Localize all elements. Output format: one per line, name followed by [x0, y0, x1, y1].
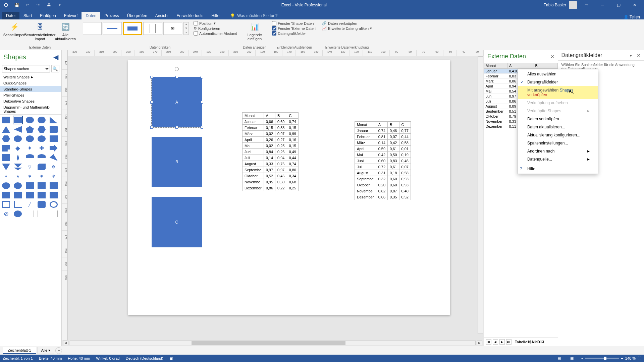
shape-s46[interactable] [2, 201, 10, 208]
menu-config-refresh[interactable]: Aktualisierung konfigurieren... [518, 131, 598, 139]
chk-dg-fields[interactable]: Datengrafikfelder [272, 31, 316, 36]
shape-s54[interactable] [38, 210, 46, 217]
data-graphic-none[interactable] [83, 22, 102, 35]
shape-s24[interactable] [38, 154, 46, 158]
page-tab-all[interactable]: Alle ▾ [38, 347, 54, 354]
more-shapes[interactable]: Weitere Shapes ▶ [0, 74, 61, 80]
shape-s33[interactable]: ✱ [26, 173, 34, 180]
tab-review[interactable]: Überprüfen [123, 12, 151, 19]
shape-pill[interactable] [38, 117, 46, 123]
embedded-data-table[interactable]: MonatABCJanuar0,740,460,77Februar0,810,0… [355, 121, 411, 200]
stencil-arrow[interactable]: Pfeil-Shapes [0, 92, 61, 98]
shape-s21[interactable] [2, 154, 10, 161]
minimize-icon[interactable]: ─ [596, 0, 609, 10]
zoom-level[interactable]: 140 % [625, 356, 636, 360]
shape-s32[interactable]: ★ [14, 173, 22, 180]
selection-handle[interactable] [201, 126, 203, 129]
data-graphic-gallery[interactable]: ✉ ▲▼▾ [83, 22, 189, 35]
data-graphic-style-3[interactable] [143, 22, 162, 35]
canvas-shape-C[interactable]: C [152, 197, 202, 247]
menu-link-data[interactable]: Daten verknüpfen... [518, 115, 598, 123]
shape-s13[interactable] [26, 135, 34, 142]
view-presentation-icon[interactable]: ▤ [556, 356, 562, 361]
zoom-slider[interactable] [585, 358, 619, 359]
ribbon-display-icon[interactable]: ▭ [580, 0, 593, 10]
shape-s42[interactable] [14, 192, 22, 198]
shape-s50[interactable] [50, 201, 58, 208]
tell-me-search[interactable]: 💡 Was möchten Sie tun? [227, 12, 280, 19]
auto-spacing-option[interactable]: Automatischer Abstand [194, 31, 237, 36]
shape-s40[interactable] [50, 182, 58, 189]
data-graphic-style-4[interactable]: ✉ [163, 22, 182, 35]
shape-s52[interactable] [14, 210, 22, 217]
status-language[interactable]: Deutsch (Deutschland) [126, 356, 163, 360]
shape-s38[interactable] [26, 182, 34, 189]
shape-s36[interactable] [2, 182, 10, 189]
tab-file[interactable]: Datei [2, 12, 19, 19]
shape-s22[interactable] [14, 154, 22, 161]
shape-ellipse[interactable] [26, 117, 34, 123]
shape-s41[interactable] [2, 192, 10, 198]
shape-s44[interactable] [38, 192, 46, 198]
shape-s37[interactable] [14, 182, 22, 189]
view-normal-icon[interactable]: ▦ [569, 356, 575, 361]
tab-developer[interactable]: Entwicklertools [172, 12, 207, 19]
canvas-scrollbar-v[interactable] [478, 56, 483, 334]
tab-process[interactable]: Prozess [100, 12, 123, 19]
maximize-icon[interactable]: ▢ [612, 0, 625, 10]
undo-icon[interactable]: ↶ [23, 1, 32, 9]
shape-s30[interactable]: ⚙ [50, 164, 58, 170]
close-dgf-icon[interactable]: ✕ [637, 53, 641, 58]
embedded-data-table[interactable]: MonatABCJanuar0,660,690,74Februar0,150,5… [242, 112, 299, 191]
canvas-scrollbar-h[interactable]: ◀ ▶ [62, 340, 484, 346]
advanced-graphics-button[interactable]: 📈 Erweiterte Datengrafiken ▾ [322, 26, 372, 31]
stencil-decorative[interactable]: Dekorative Shapes [0, 98, 61, 104]
shape-s15[interactable] [50, 135, 58, 142]
gallery-scroll[interactable]: ▲▼▾ [183, 22, 189, 35]
shape-s34[interactable]: ✺ [38, 173, 46, 180]
rotation-handle[interactable] [175, 67, 179, 71]
data-graphic-style-1[interactable] [103, 22, 122, 35]
shape-s35[interactable]: ❋ [50, 173, 58, 180]
shape-s39[interactable] [38, 182, 46, 189]
shape-s25[interactable] [50, 154, 58, 161]
menu-data-source[interactable]: Datenquelle...▶ [518, 155, 598, 163]
shape-pentagon[interactable] [26, 126, 34, 133]
print-icon[interactable]: 🖶 [44, 1, 54, 9]
shape-s28[interactable]: ▽ [26, 164, 34, 170]
save-icon[interactable]: 💾 [12, 1, 21, 9]
zoom-out-icon[interactable]: − [581, 356, 583, 360]
stencil-standard[interactable]: Standard-Shapes [0, 86, 61, 92]
shape-s20[interactable] [50, 145, 58, 152]
scroll-right-icon[interactable]: ▶ [477, 341, 482, 345]
shape-s23[interactable] [26, 154, 34, 158]
close-icon[interactable]: ✕ [628, 0, 641, 10]
shape-rect[interactable] [2, 117, 10, 123]
chk-shape-data-window[interactable]: Fenster 'Shape-Daten' [272, 21, 316, 26]
menu-select-all[interactable]: Alles auswählen [518, 70, 598, 78]
selection-handle[interactable] [175, 126, 178, 129]
shape-s43[interactable] [26, 192, 34, 198]
shape-s18[interactable]: ✦ [26, 145, 34, 152]
stencil-diagram[interactable]: Diagramm- und Mathematik-Shapes [0, 104, 61, 114]
stencil-quick[interactable]: Quick-Shapes [0, 80, 61, 86]
shape-s26[interactable] [2, 164, 10, 170]
tab-data[interactable]: Daten [82, 12, 100, 19]
ext-prev-icon[interactable]: ◀ [493, 339, 498, 345]
scroll-thumb[interactable] [192, 341, 345, 345]
shape-s14[interactable] [38, 135, 46, 142]
quick-import-button[interactable]: ⚡ Schnellimport [3, 21, 26, 38]
dgf-dropdown-icon[interactable]: ▼ [629, 54, 633, 58]
shape-s48[interactable]: ╱ [26, 201, 34, 208]
menu-link-selected-shapes[interactable]: Mit ausgewählten Shapes verknüpfen [518, 86, 598, 99]
position-option[interactable]: Position ▾ [194, 21, 237, 26]
selection-handle[interactable] [201, 101, 203, 104]
shape-s53[interactable] [26, 210, 34, 217]
shape-s31[interactable]: ✦ [2, 173, 10, 180]
shape-s55[interactable] [50, 210, 58, 217]
menu-column-settings[interactable]: Spalteneinstellungen... [518, 139, 598, 147]
refresh-all-button[interactable]: 🔄 Alle aktualisieren [54, 21, 77, 42]
selection-handle[interactable] [150, 101, 153, 104]
menu-arrange-by[interactable]: Anordnen nach▶ [518, 147, 598, 155]
shape-s45[interactable] [50, 192, 58, 198]
